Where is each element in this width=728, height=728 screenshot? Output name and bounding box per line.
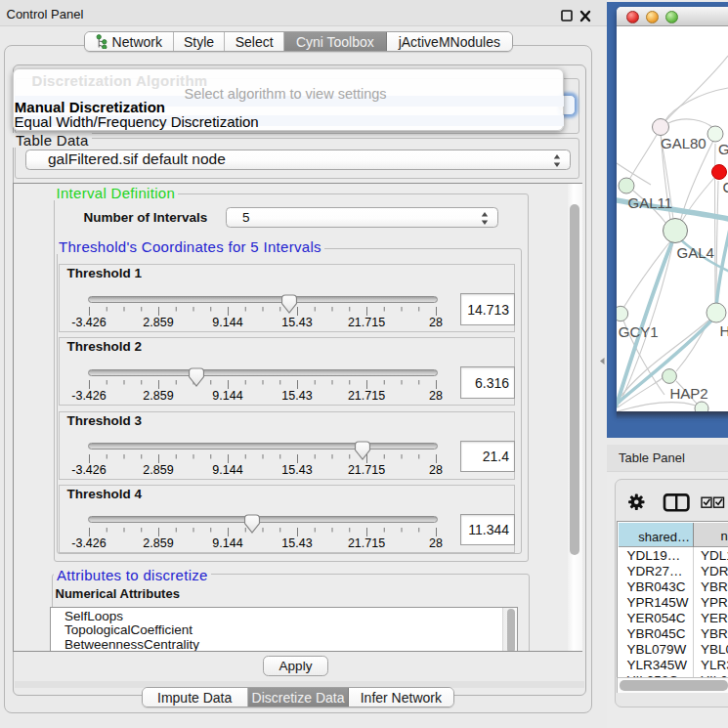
svg-text:GAL4: GAL4 — [677, 244, 714, 261]
svg-text:GCY1: GCY1 — [619, 323, 659, 340]
svg-text:C: C — [723, 179, 728, 195]
svg-text:H: H — [720, 322, 728, 339]
svg-text:GAL80: GAL80 — [661, 135, 707, 151]
svg-text:GAL11: GAL11 — [628, 194, 673, 211]
svg-text:HAP2: HAP2 — [670, 385, 708, 402]
svg-text:GA: GA — [718, 141, 728, 157]
